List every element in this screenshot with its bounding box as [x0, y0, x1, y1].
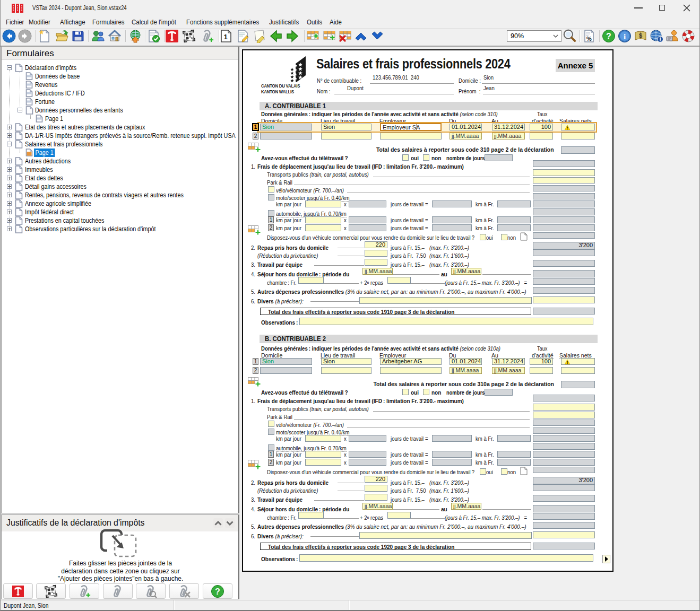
- svg-text:i: i: [624, 32, 626, 41]
- svg-text:1: 1: [223, 33, 227, 41]
- svg-text:?: ?: [215, 587, 220, 596]
- svg-text:%: %: [586, 36, 592, 42]
- svg-text:$: $: [639, 32, 642, 39]
- svg-text:?: ?: [606, 32, 611, 41]
